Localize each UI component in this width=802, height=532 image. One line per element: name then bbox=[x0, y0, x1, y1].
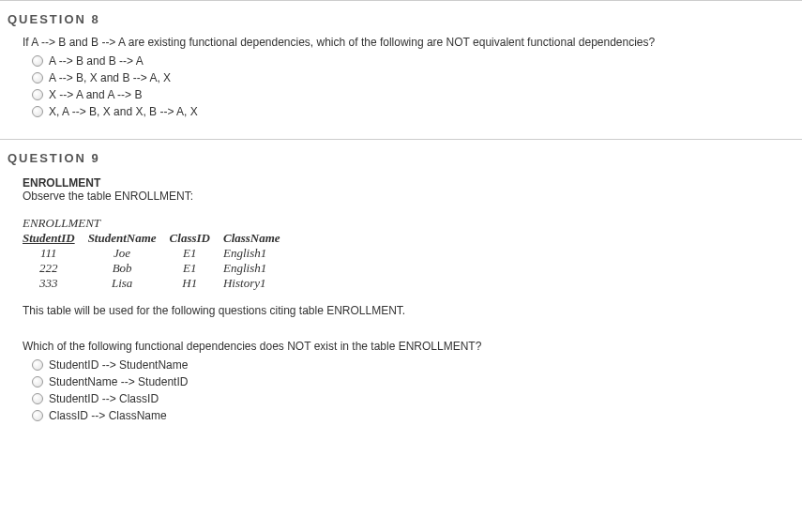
q9-note: This table will be used for the followin… bbox=[23, 304, 802, 317]
question-8-prompt: If A --> B and B --> A are existing func… bbox=[23, 36, 802, 49]
q8-option-label: A --> B and B --> A bbox=[49, 53, 144, 69]
cell-class-name: English1 bbox=[223, 261, 294, 276]
q8-option-row[interactable]: A --> B and B --> A bbox=[32, 53, 802, 69]
q9-table-title: ENROLLMENT bbox=[23, 216, 802, 231]
cell-class-name: History1 bbox=[223, 276, 294, 291]
table-row: 222 Bob E1 English1 bbox=[23, 261, 294, 276]
q9-prompt2: Which of the following functional depend… bbox=[23, 340, 802, 353]
q9-option-label: StudentID --> ClassID bbox=[49, 390, 159, 407]
q9-option-row[interactable]: StudentID --> ClassID bbox=[32, 390, 802, 407]
radio-icon[interactable] bbox=[32, 393, 43, 404]
q9-subheading: ENROLLMENT bbox=[23, 176, 802, 190]
cell-student-id: 333 bbox=[23, 276, 88, 291]
col-student-id: StudentID bbox=[23, 231, 88, 246]
q9-option-label: ClassID --> ClassName bbox=[49, 407, 167, 424]
q8-option-row[interactable]: X --> A and A --> B bbox=[32, 86, 802, 103]
question-9-body: ENROLLMENT Observe the table ENROLLMENT:… bbox=[0, 176, 802, 424]
col-class-name: ClassName bbox=[223, 231, 294, 246]
question-9-options: StudentID --> StudentName StudentName --… bbox=[23, 357, 802, 424]
cell-student-id: 222 bbox=[23, 261, 88, 276]
cell-student-name: Joe bbox=[88, 246, 170, 261]
question-8-options: A --> B and B --> A A --> B, X and B -->… bbox=[23, 53, 802, 120]
q9-option-row[interactable]: StudentID --> StudentName bbox=[32, 357, 802, 373]
radio-icon[interactable] bbox=[32, 410, 43, 421]
question-8-block: QUESTION 8 If A --> B and B --> A are ex… bbox=[0, 0, 802, 139]
q9-observe: Observe the table ENROLLMENT: bbox=[23, 190, 802, 203]
radio-icon[interactable] bbox=[32, 89, 43, 100]
cell-class-name: English1 bbox=[223, 246, 294, 261]
question-8-heading: QUESTION 8 bbox=[0, 12, 802, 36]
q9-option-label: StudentName --> StudentID bbox=[49, 373, 188, 390]
cell-class-id: E1 bbox=[170, 261, 223, 276]
cell-student-id: 111 bbox=[23, 246, 88, 261]
question-8-body: If A --> B and B --> A are existing func… bbox=[0, 36, 802, 120]
radio-icon[interactable] bbox=[32, 359, 43, 371]
radio-icon[interactable] bbox=[32, 106, 43, 117]
q9-option-row[interactable]: ClassID --> ClassName bbox=[32, 407, 802, 424]
question-9-block: QUESTION 9 ENROLLMENT Observe the table … bbox=[0, 139, 802, 443]
cell-class-id: H1 bbox=[170, 276, 223, 291]
radio-icon[interactable] bbox=[32, 55, 43, 67]
q8-option-row[interactable]: X, A --> B, X and X, B --> A, X bbox=[32, 103, 802, 120]
question-9-heading: QUESTION 9 bbox=[0, 151, 802, 175]
cell-class-id: E1 bbox=[170, 246, 223, 261]
radio-icon[interactable] bbox=[32, 376, 43, 388]
cell-student-name: Lisa bbox=[88, 276, 170, 291]
q8-option-label: X, A --> B, X and X, B --> A, X bbox=[49, 103, 198, 120]
q9-option-row[interactable]: StudentName --> StudentID bbox=[32, 373, 802, 390]
radio-icon[interactable] bbox=[32, 72, 43, 84]
col-student-name: StudentName bbox=[88, 231, 170, 246]
q9-option-label: StudentID --> StudentName bbox=[49, 357, 188, 373]
col-class-id: ClassID bbox=[170, 231, 223, 246]
q8-option-label: X --> A and A --> B bbox=[49, 86, 142, 103]
table-row: 111 Joe E1 English1 bbox=[23, 246, 294, 261]
table-row: 333 Lisa H1 History1 bbox=[23, 276, 294, 291]
q8-option-row[interactable]: A --> B, X and B --> A, X bbox=[32, 69, 802, 86]
cell-student-name: Bob bbox=[88, 261, 170, 276]
q8-option-label: A --> B, X and B --> A, X bbox=[49, 69, 171, 86]
table-header-row: StudentID StudentName ClassID ClassName bbox=[23, 231, 294, 246]
enrollment-table: StudentID StudentName ClassID ClassName … bbox=[23, 231, 294, 291]
